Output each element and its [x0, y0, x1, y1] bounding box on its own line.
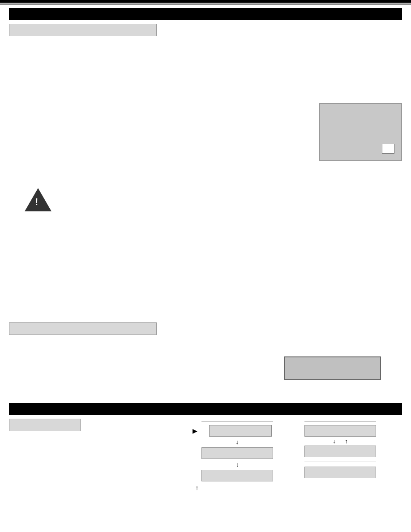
flow-up-right-1: ↑ [345, 438, 348, 445]
flow-box-r3 [304, 467, 376, 478]
small-grey-box [319, 103, 402, 161]
section1 [9, 8, 402, 36]
flow-box-2 [201, 447, 273, 459]
flow-down-right-1: ↓ [333, 438, 336, 445]
flow-box-3 [201, 470, 273, 481]
flow-arrow-2: ↓ [193, 461, 282, 468]
warning-icon [25, 188, 51, 211]
flow-right-line-top [304, 421, 376, 421]
flow-box-r2 [304, 446, 376, 457]
section3-header [9, 403, 402, 415]
flow-left: ▶ ↓ ↓ ↑ [193, 421, 282, 491]
section1-grey-bar [9, 24, 157, 36]
flowchart: ▶ ↓ ↓ ↑ ↓ ↑ [193, 421, 402, 528]
flow-box-r1 [304, 425, 376, 437]
power-off-button[interactable] [284, 356, 381, 380]
flow-arrow-1: ↓ [193, 438, 282, 446]
section1-header [9, 8, 402, 20]
section3-grey-bar [9, 419, 81, 431]
flow-line-bottom [304, 462, 376, 462]
top-border-thin [0, 4, 411, 4]
flow-right: ↓ ↑ [295, 421, 385, 478]
top-border-thick [0, 0, 411, 3]
section2-grey-bar [9, 322, 157, 335]
flow-box-1 [209, 425, 272, 437]
flow-line-top [201, 421, 273, 421]
inner-square [382, 144, 394, 154]
